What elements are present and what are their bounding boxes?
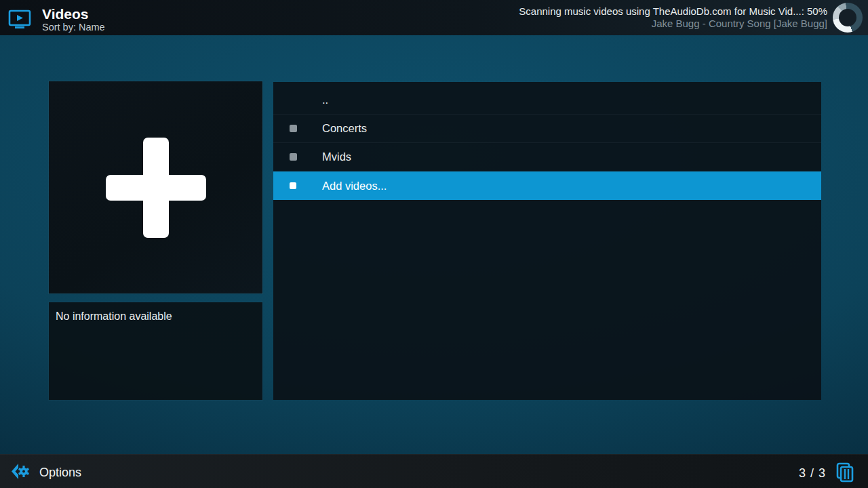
info-panel-text: No information available xyxy=(49,302,262,331)
options-gear-icon xyxy=(9,461,31,485)
video-monitor-icon xyxy=(8,9,31,33)
list-item-mvids[interactable]: Mvids xyxy=(273,143,821,171)
list-item-label: Concerts xyxy=(322,122,367,135)
info-panel: No information available xyxy=(49,302,262,400)
scan-current-item: Jake Bugg - Country Song [Jake Bugg] xyxy=(519,18,827,30)
list-item-parent-directory[interactable]: .. xyxy=(273,86,821,115)
busy-spinner-icon xyxy=(833,3,863,33)
folder-bullet-icon xyxy=(290,182,296,189)
list-item-label: Add videos... xyxy=(322,180,387,192)
list-position-indicator: 3 / 3 xyxy=(799,466,826,481)
plus-icon xyxy=(106,138,206,238)
page-title: Videos xyxy=(42,7,105,22)
list-item-add-videos[interactable]: Add videos... xyxy=(273,171,821,200)
scan-status-line: Scanning music videos using TheAudioDb.c… xyxy=(519,5,827,18)
kodi-videos-screen: { "header": { "title": "Videos", "subtit… xyxy=(0,0,868,488)
bottom-bar: Options 3 / 3 xyxy=(0,454,868,488)
sort-order-label: Sort by: Name xyxy=(42,22,105,33)
options-label: Options xyxy=(39,466,81,480)
folder-bullet-icon xyxy=(290,153,297,161)
view-mode-list-icon[interactable] xyxy=(834,461,859,486)
folder-bullet-icon xyxy=(290,125,297,132)
busy-spinner-hole xyxy=(839,9,856,26)
options-button[interactable]: Options xyxy=(9,461,81,485)
list-item-concerts[interactable]: Concerts xyxy=(273,115,821,143)
focused-item-thumbnail xyxy=(49,81,262,293)
list-item-label: Mvids xyxy=(322,150,351,163)
top-bar: Videos Sort by: Name Scanning music vide… xyxy=(0,0,868,35)
file-list: .. Concerts Mvids Add videos... xyxy=(273,82,821,400)
list-item-label: .. xyxy=(322,94,328,106)
